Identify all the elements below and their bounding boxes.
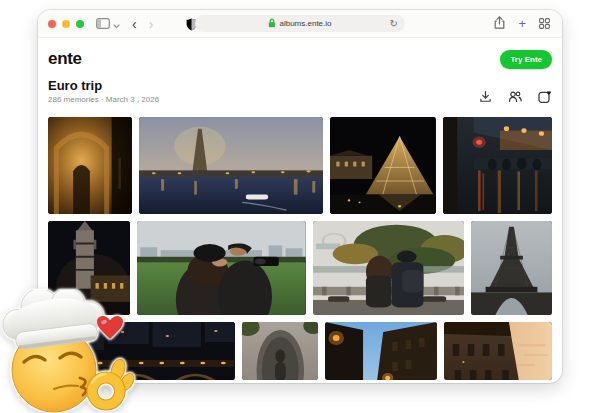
photo-couple-overlook-park[interactable] — [313, 221, 464, 315]
desktop-background: ‹ › albums.ente.io ↻ + — [0, 0, 600, 413]
photo-manneken-pis[interactable] — [242, 322, 319, 380]
album-title: Euro trip — [48, 78, 159, 93]
zoom-window-button[interactable] — [76, 20, 84, 28]
photo-rainy-cafe-street[interactable] — [443, 117, 552, 214]
minimize-window-button[interactable] — [62, 20, 70, 28]
chef-hat — [0, 290, 106, 351]
download-icon[interactable] — [479, 90, 492, 103]
chevron-down-icon[interactable] — [113, 15, 120, 33]
share-icon[interactable] — [494, 15, 505, 33]
photo-arc-de-triomphe[interactable] — [48, 117, 132, 214]
heart — [97, 316, 123, 339]
back-button[interactable]: ‹ — [132, 17, 137, 31]
new-tab-icon[interactable]: + — [518, 17, 526, 30]
tab-overview-icon[interactable] — [539, 15, 550, 33]
browser-toolbar: ‹ › albums.ente.io ↻ + — [38, 10, 562, 38]
lock-icon — [268, 18, 276, 30]
window-controls — [48, 20, 84, 28]
forward-button[interactable]: › — [149, 17, 154, 31]
album-subtitle: 286 memories · March 3 , 2026 — [48, 95, 159, 104]
photo-louvre-sunset[interactable] — [444, 322, 552, 380]
chefs-kiss-sticker — [0, 290, 136, 413]
save-heart-icon[interactable] — [538, 90, 552, 103]
try-ente-button[interactable]: Try Ente — [500, 50, 552, 69]
reload-icon[interactable]: ↻ — [390, 18, 398, 29]
photo-eiffel-from-below[interactable] — [471, 221, 552, 315]
address-bar[interactable]: albums.ente.io ↻ — [195, 15, 405, 32]
photo-louvre-pyramid[interactable] — [330, 117, 435, 214]
close-window-button[interactable] — [48, 20, 56, 28]
photo-row — [48, 117, 552, 214]
ente-logo: ente — [48, 49, 82, 69]
album-info: Euro trip 286 memories · March 3 , 2026 — [48, 78, 159, 104]
sidebar-toggle-icon[interactable] — [96, 15, 110, 33]
photo-street-dusk[interactable] — [325, 322, 437, 380]
photo-couple-with-camera[interactable] — [137, 221, 306, 315]
photo-seine-eiffel-dusk[interactable] — [139, 117, 323, 214]
people-icon[interactable] — [508, 90, 522, 103]
url-text: albums.ente.io — [279, 19, 331, 28]
album-actions — [479, 90, 552, 104]
